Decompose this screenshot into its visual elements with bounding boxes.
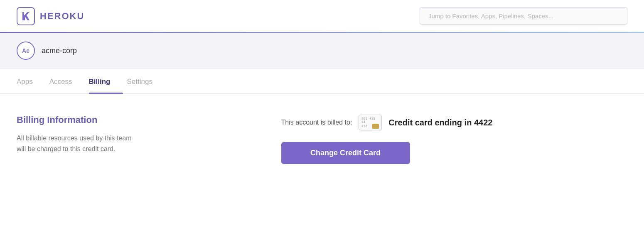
account-bar: Ac acme-corp [0,33,644,69]
change-credit-card-button[interactable]: Change Credit Card [281,142,410,164]
search-input[interactable] [420,7,627,25]
avatar: Ac [17,42,35,60]
header: HEROKU [0,0,644,33]
tab-apps[interactable]: Apps [17,69,45,93]
cc-chip-icon [372,124,379,129]
cc-numbers-bottom: 237 [361,125,367,128]
tab-billing[interactable]: Billing [89,69,123,93]
billing-left-panel: Billing Information All billable resourc… [17,115,132,164]
cc-numbers-top: 001 455 54 [361,117,379,124]
billing-description: All billable resources used by this team… [17,133,132,154]
billed-to-row: This account is billed to: 001 455 54 23… [281,115,627,130]
tab-access[interactable]: Access [49,69,85,93]
billing-section-title: Billing Information [17,115,132,125]
tabs-nav: Apps Access Billing Settings [0,69,644,94]
heroku-logo-text: HEROKU [40,11,84,22]
logo-area: HEROKU [17,7,84,25]
main-content: Billing Information All billable resourc… [0,94,644,185]
search-bar[interactable] [420,7,627,25]
tab-settings[interactable]: Settings [127,69,165,93]
billed-to-label: This account is billed to: [281,119,352,126]
credit-card-ending-label: Credit card ending in 4422 [388,118,492,127]
account-name: acme-corp [42,47,77,55]
credit-card-icon: 001 455 54 237 [359,115,382,130]
billing-right-panel: This account is billed to: 001 455 54 23… [148,115,627,164]
heroku-logo-icon [17,7,35,25]
